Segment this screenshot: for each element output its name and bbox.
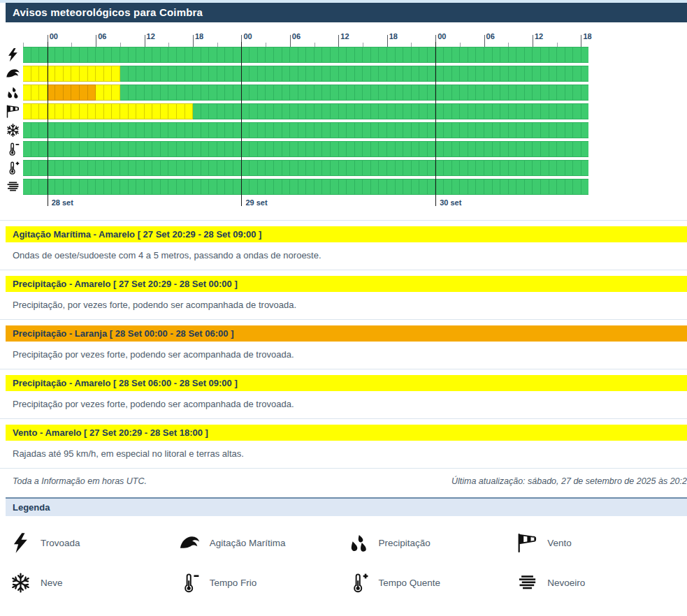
chart-cell (193, 85, 201, 101)
chart-cell (460, 122, 468, 138)
thermometer-minus-icon (179, 572, 201, 594)
chart-cell (339, 66, 347, 82)
chart-cell (282, 103, 291, 119)
chart-cell (387, 160, 396, 176)
chart-cell (64, 122, 72, 138)
chart-cell (396, 179, 404, 195)
phenomenon-precipitacao (6, 85, 23, 101)
chart-cell (476, 160, 484, 176)
chart-cell (88, 47, 96, 63)
chart-cell (209, 141, 217, 157)
chart-cell (412, 141, 420, 157)
chart-cell (120, 122, 129, 138)
chart-cell (250, 141, 258, 157)
chart-cell (71, 160, 80, 176)
chart-cell (242, 103, 250, 119)
chart-cell (136, 160, 145, 176)
chart-cell (129, 141, 137, 157)
chart-cell (80, 179, 88, 195)
chart-cell (322, 66, 331, 82)
chart-cell (516, 66, 525, 82)
chart-cell (533, 103, 541, 119)
chart-cell (500, 85, 509, 101)
chart-cell (314, 47, 323, 63)
chart-cell (112, 47, 120, 63)
chart-cell (136, 103, 145, 119)
chart-cell (428, 141, 436, 157)
chart-cell (387, 122, 396, 138)
chart-cell (209, 160, 217, 176)
chart-cell (339, 103, 347, 119)
chart-cell (104, 103, 113, 119)
chart-cell (201, 103, 210, 119)
legend-item-label: Nevoeiro (547, 578, 585, 588)
chart-cell (120, 160, 129, 176)
weather-warnings-page: { "page": { "title": "Avisos meteorológi… (0, 0, 687, 616)
chart-cell (363, 47, 371, 63)
chart-cell (573, 47, 581, 63)
chart-cell (452, 85, 461, 101)
chart-cell (557, 122, 565, 138)
chart-cell (500, 122, 509, 138)
chart-cell (476, 103, 484, 119)
chart-cell (258, 85, 266, 101)
chart-cell (177, 85, 185, 101)
chart-cell (444, 47, 452, 63)
utc-note: Toda a Informação em horas UTC. (13, 476, 147, 486)
chart-cell (565, 122, 574, 138)
chart-cell (306, 160, 314, 176)
chart-cell (347, 179, 355, 195)
chart-cell (104, 179, 113, 195)
axis-tick-label: 12 (145, 32, 155, 41)
chart-cell (274, 47, 282, 63)
chart-cell (403, 103, 412, 119)
chart-cell (217, 122, 226, 138)
chart-cell (371, 179, 379, 195)
chart-cell (185, 122, 194, 138)
chart-cell (233, 122, 242, 138)
chart-cell (233, 47, 242, 63)
chart-cell (379, 47, 387, 63)
snowflake-icon (10, 572, 31, 594)
chart-cell (266, 66, 274, 82)
chart-cell (217, 66, 226, 82)
chart-cell (290, 122, 298, 138)
chart-cell (493, 160, 501, 176)
chart-cell (39, 141, 48, 157)
chart-cell (185, 66, 194, 82)
chart-cell (339, 141, 347, 157)
chart-cell (185, 85, 194, 101)
chart-cell (233, 141, 242, 157)
chart-cell (412, 122, 420, 138)
chart-cell (549, 103, 558, 119)
chart-cell (379, 179, 387, 195)
chart-cell (225, 103, 233, 119)
chart-cell (250, 85, 258, 101)
chart-cell (460, 103, 468, 119)
chart-cell (23, 103, 31, 119)
chart-cell (493, 179, 501, 195)
chart-cell (290, 179, 298, 195)
chart-cell (468, 85, 477, 101)
chart-cell (71, 103, 80, 119)
chart-cell (258, 141, 266, 157)
chart-cell (242, 66, 250, 82)
axis-tick-label: 00 (241, 32, 252, 41)
chart-cell (242, 122, 250, 138)
chart-cell (444, 103, 452, 119)
chart-cell (129, 85, 137, 101)
chart-cell (233, 66, 242, 82)
chart-cell (88, 122, 96, 138)
chart-cell (509, 122, 517, 138)
chart-cell (104, 66, 113, 82)
date-label: 30 set (435, 198, 461, 207)
chart-cell (233, 85, 242, 101)
timeline-row-neve (23, 122, 589, 138)
chart-cell (412, 66, 420, 82)
chart-cell (525, 103, 533, 119)
chart-cell (403, 85, 412, 101)
timeline-row-tempo-quente (23, 160, 589, 176)
chart-cell (274, 179, 282, 195)
chart-cell (347, 122, 355, 138)
chart-cell (363, 103, 371, 119)
